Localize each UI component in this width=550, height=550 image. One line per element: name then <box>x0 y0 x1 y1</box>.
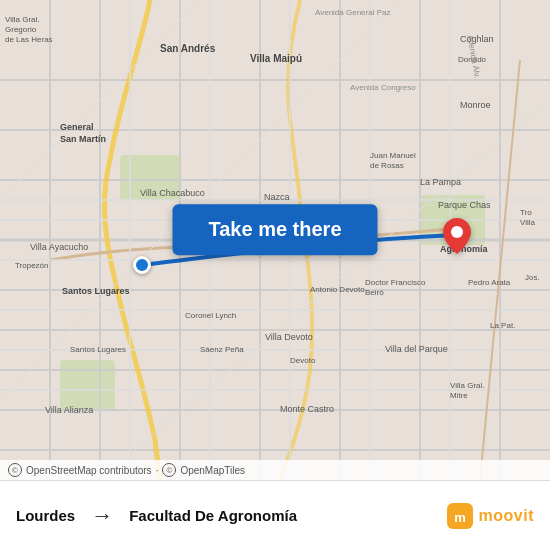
attribution-bar: © OpenStreetMap contributors · © OpenMap… <box>0 460 550 480</box>
svg-text:Santos Lugares: Santos Lugares <box>62 286 130 296</box>
svg-point-73 <box>451 226 463 238</box>
svg-rect-2 <box>60 360 115 410</box>
svg-text:Villa Alianza: Villa Alianza <box>45 405 93 415</box>
svg-text:Villa Maipú: Villa Maipú <box>250 53 302 64</box>
bottom-bar: Lourdes → Facultad De Agronomía m moovit <box>0 480 550 550</box>
origin-label: Lourdes <box>16 507 75 524</box>
svg-text:Antonio Devoto: Antonio Devoto <box>310 285 365 294</box>
svg-text:General: General <box>60 122 94 132</box>
svg-text:Nazca: Nazca <box>264 192 290 202</box>
svg-text:Avenida Congreso: Avenida Congreso <box>350 83 416 92</box>
destination-marker <box>443 218 471 258</box>
svg-text:Doctor Francisco: Doctor Francisco <box>365 278 426 287</box>
svg-text:Tro: Tro <box>520 208 532 217</box>
svg-text:Avenida General Paz: Avenida General Paz <box>315 8 390 17</box>
copyright-icon: © <box>8 463 22 477</box>
svg-text:Pedro Arata: Pedro Arata <box>468 278 511 287</box>
svg-text:Santos Lugares: Santos Lugares <box>70 345 126 354</box>
take-me-there-button[interactable]: Take me there <box>172 204 377 255</box>
svg-text:Villa Chacabuco: Villa Chacabuco <box>140 188 205 198</box>
svg-text:Villa Gral.: Villa Gral. <box>5 15 40 24</box>
destination-endpoint: Facultad De Agronomía <box>129 507 297 524</box>
destination-label: Facultad De Agronomía <box>129 507 297 524</box>
svg-text:San Martín: San Martín <box>60 134 106 144</box>
svg-text:Parque Chas: Parque Chas <box>438 200 491 210</box>
svg-text:Villa Gral.: Villa Gral. <box>450 381 485 390</box>
svg-text:m: m <box>454 510 466 525</box>
svg-text:Beiró: Beiró <box>365 288 384 297</box>
svg-text:de Las Heras: de Las Heras <box>5 35 53 44</box>
svg-text:Monte Castro: Monte Castro <box>280 404 334 414</box>
svg-text:Gregorio: Gregorio <box>5 25 37 34</box>
omt-copyright-icon: © <box>162 463 176 477</box>
svg-text:Monroe: Monroe <box>460 100 491 110</box>
svg-text:Villa: Villa <box>520 218 536 227</box>
omt-attribution: OpenMapTiles <box>180 465 245 476</box>
osm-attribution: OpenStreetMap contributors <box>26 465 152 476</box>
moovit-name: moovit <box>479 507 534 525</box>
svg-text:La Pampa: La Pampa <box>420 177 461 187</box>
svg-text:Villa Devoto: Villa Devoto <box>265 332 313 342</box>
origin-endpoint: Lourdes <box>16 507 75 524</box>
svg-text:San Andrés: San Andrés <box>160 43 216 54</box>
svg-text:Mitre: Mitre <box>450 391 468 400</box>
moovit-logo: m moovit <box>445 501 534 531</box>
moovit-icon: m <box>445 501 475 531</box>
svg-text:La Pat.: La Pat. <box>490 321 515 330</box>
svg-text:Coghlan: Coghlan <box>460 34 494 44</box>
svg-text:Villa Ayacucho: Villa Ayacucho <box>30 242 88 252</box>
svg-text:Villa del Parque: Villa del Parque <box>385 344 448 354</box>
origin-marker <box>133 256 151 274</box>
svg-text:Jos.: Jos. <box>525 273 540 282</box>
svg-text:Tropezón: Tropezón <box>15 261 49 270</box>
svg-text:Coronel Lynch: Coronel Lynch <box>185 311 236 320</box>
route-arrow-icon: → <box>91 503 113 529</box>
svg-text:de Rosas: de Rosas <box>370 161 404 170</box>
svg-text:Devoto: Devoto <box>290 356 316 365</box>
map-container: San Andrés Villa Maipú Coghlan Donado Mo… <box>0 0 550 480</box>
svg-text:Sáenz Peña: Sáenz Peña <box>200 345 244 354</box>
svg-text:Juan Manuel: Juan Manuel <box>370 151 416 160</box>
